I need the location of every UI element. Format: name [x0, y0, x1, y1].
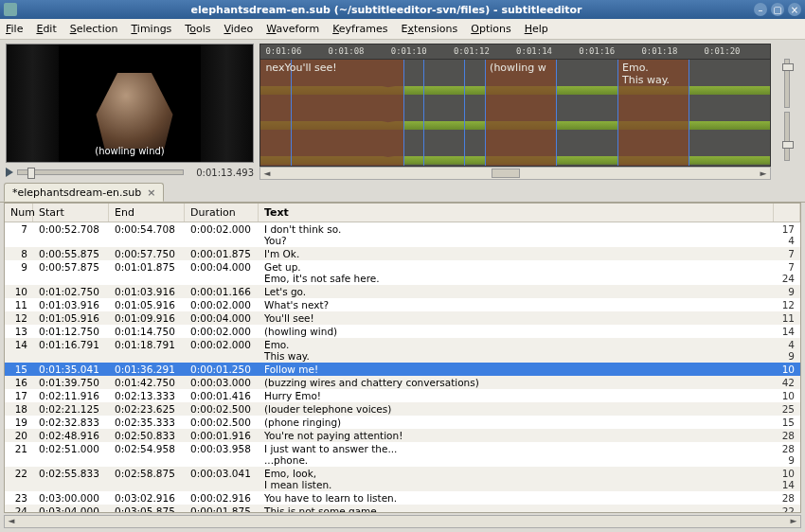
cell-num: 9 [5, 260, 33, 274]
cell-count: 15 [774, 416, 800, 429]
ruler-tick: 0:01:08 [329, 46, 365, 56]
cell-num: 22 [5, 467, 33, 480]
cell-text: Emo, look, I mean listen. [259, 467, 774, 491]
cell-count: 17 4 [774, 222, 800, 247]
menu-tools[interactable]: Tools [185, 23, 210, 35]
waveform-label: (howling w [490, 62, 546, 74]
cell-duration: 0:00:01.916 [185, 429, 259, 442]
app-icon [4, 3, 17, 16]
table-hscroll[interactable]: ◄ ► [4, 515, 801, 528]
waveform-body[interactable]: nexYou'll see! (howling w Emo.This way. [259, 59, 771, 167]
scroll-right-icon[interactable]: ► [787, 516, 800, 527]
cell-start: 0:00:52.708 [33, 222, 109, 236]
cell-duration: 0:00:04.000 [185, 311, 259, 325]
video-caption: (howling wind) [7, 146, 253, 156]
scroll-thumb[interactable] [492, 168, 520, 178]
cell-duration: 0:00:04.000 [185, 260, 259, 274]
cell-start: 0:03:00.000 [33, 491, 109, 505]
col-text[interactable]: Text [259, 204, 774, 222]
cell-end: 0:01:42.750 [109, 376, 185, 389]
table-row[interactable]: 70:00:52.7080:00:54.7080:00:02.000I don'… [5, 222, 800, 247]
cell-num: 11 [5, 298, 33, 311]
cell-duration: 0:00:03.041 [185, 467, 259, 480]
table-row[interactable]: 160:01:39.7500:01:42.7500:00:03.000(buzz… [5, 376, 800, 389]
table-row[interactable]: 150:01:35.0410:01:36.2910:00:01.250Follo… [5, 363, 800, 376]
menu-extensions[interactable]: Extensions [401, 23, 457, 35]
close-tab-icon[interactable]: × [147, 186, 155, 199]
cell-duration: 0:00:03.958 [185, 442, 259, 455]
waveform-zoom-sliders [775, 44, 799, 180]
waveform-label: nexYou'll see! [265, 62, 336, 74]
table-row[interactable]: 170:02:11.9160:02:13.3330:00:01.416Hurry… [5, 389, 800, 402]
cell-count: 10 14 [774, 467, 800, 491]
table-body[interactable]: 70:00:52.7080:00:54.7080:00:02.000I don'… [5, 222, 800, 512]
cell-start: 0:02:21.125 [33, 402, 109, 416]
menu-timings[interactable]: Timings [131, 23, 171, 35]
close-button[interactable]: × [788, 3, 801, 16]
table-row[interactable]: 110:01:03.9160:01:05.9160:00:02.000What'… [5, 298, 800, 311]
slider-thumb[interactable] [782, 63, 794, 71]
table-row[interactable]: 210:02:51.0000:02:54.9580:00:03.958I jus… [5, 442, 800, 467]
cell-num: 12 [5, 311, 33, 325]
waveform-hscroll[interactable]: ◄ ► [259, 167, 771, 180]
table-row[interactable]: 80:00:55.8750:00:57.7500:00:01.875I'm Ok… [5, 247, 800, 260]
menu-options[interactable]: Options [471, 23, 510, 35]
cell-text: What's next? [259, 298, 774, 311]
table-row[interactable]: 200:02:48.9160:02:50.8330:00:01.916You'r… [5, 429, 800, 442]
scroll-left-icon[interactable]: ◄ [260, 168, 274, 178]
cell-text: (louder telephone voices) [259, 402, 774, 416]
col-end[interactable]: End [109, 204, 185, 222]
menu-edit[interactable]: Edit [36, 23, 56, 35]
video-preview[interactable]: (howling wind) [6, 44, 254, 163]
ruler-tick: 0:01:12 [454, 46, 490, 56]
table-row[interactable]: 230:03:00.0000:03:02.9160:00:02.916You h… [5, 491, 800, 505]
cell-end: 0:01:18.791 [109, 338, 185, 351]
scroll-left-icon[interactable]: ◄ [5, 516, 18, 527]
menu-keyframes[interactable]: Keyframes [332, 23, 387, 35]
cell-count: 4 9 [774, 338, 800, 363]
video-decor [7, 44, 59, 162]
cell-start: 0:02:11.916 [33, 389, 109, 402]
table-row[interactable]: 180:02:21.1250:02:23.6250:00:02.500(loud… [5, 402, 800, 416]
table-row[interactable]: 220:02:55.8330:02:58.8750:00:03.041Emo, … [5, 467, 800, 491]
seek-slider[interactable] [17, 169, 184, 175]
table-row[interactable]: 120:01:05.9160:01:09.9160:00:04.000You'l… [5, 311, 800, 325]
menu-selection[interactable]: Selection [70, 23, 118, 35]
zoom-vertical-slider[interactable] [784, 59, 790, 108]
menu-file[interactable]: File [6, 23, 23, 35]
seek-thumb[interactable] [27, 168, 35, 179]
cell-start: 0:02:55.833 [33, 467, 109, 480]
menu-waveform[interactable]: Waveform [266, 23, 319, 35]
window-titlebar: elephantsdream-en.sub (~/subtitleeditor-… [0, 0, 805, 19]
cell-start: 0:00:55.875 [33, 247, 109, 260]
cell-end: 0:01:03.916 [109, 285, 185, 298]
col-count[interactable] [774, 204, 800, 222]
col-start[interactable]: Start [33, 204, 109, 222]
cell-start: 0:01:03.916 [33, 298, 109, 311]
cell-duration: 0:00:02.000 [185, 325, 259, 338]
play-icon[interactable] [6, 168, 13, 177]
col-duration[interactable]: Duration [185, 204, 259, 222]
table-row[interactable]: 140:01:16.7910:01:18.7910:00:02.000Emo. … [5, 338, 800, 363]
table-row[interactable]: 190:02:32.8330:02:35.3330:00:02.500(phon… [5, 416, 800, 429]
cell-count: 12 [774, 298, 800, 311]
col-num[interactable]: Num [5, 204, 33, 222]
table-header: Num Start End Duration Text [5, 204, 800, 222]
maximize-button[interactable]: ▢ [771, 3, 784, 16]
table-row[interactable]: 100:01:02.7500:01:03.9160:00:01.166Let's… [5, 285, 800, 298]
slider-thumb[interactable] [782, 141, 794, 149]
scroll-right-icon[interactable]: ► [757, 168, 770, 178]
waveform-ruler[interactable]: 0:01:060:01:080:01:100:01:120:01:140:01:… [259, 44, 771, 59]
tab-document[interactable]: *elephantsdream-en.sub × [4, 183, 164, 202]
zoom-horizontal-slider[interactable] [784, 112, 790, 161]
cell-text: Hurry Emo! [259, 389, 774, 402]
table-row[interactable]: 90:00:57.8750:01:01.8750:00:04.000Get up… [5, 260, 800, 285]
table-row[interactable]: 130:01:12.7500:01:14.7500:00:02.000(howl… [5, 325, 800, 338]
cell-text: Emo. This way. [259, 338, 774, 363]
menu-help[interactable]: Help [525, 23, 548, 35]
cell-num: 18 [5, 402, 33, 416]
menu-video[interactable]: Video [224, 23, 253, 35]
minimize-button[interactable]: – [754, 3, 767, 16]
cell-start: 0:01:05.916 [33, 311, 109, 325]
table-row[interactable]: 240:03:04.0000:03:05.8750:00:01.875This … [5, 505, 800, 512]
